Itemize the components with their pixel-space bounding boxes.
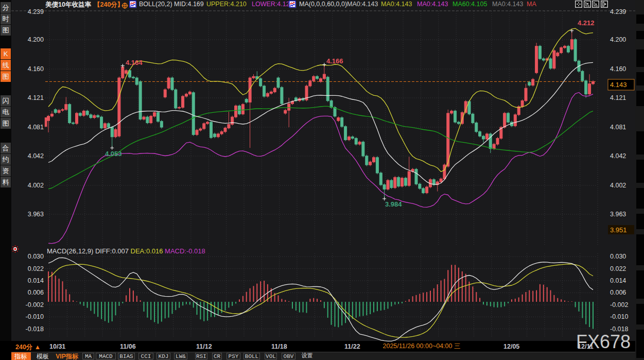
svg-text:0.022: 0.022 xyxy=(610,265,626,272)
svg-text:4.164: 4.164 xyxy=(126,59,143,66)
svg-text:4.053: 4.053 xyxy=(105,150,122,158)
svg-text:-0.002: -0.002 xyxy=(610,301,628,308)
svg-text:-0.010: -0.010 xyxy=(610,313,628,320)
svg-text:4.081: 4.081 xyxy=(610,124,626,131)
svg-text:0.014: 0.014 xyxy=(28,277,44,284)
svg-text:0.014: 0.014 xyxy=(610,277,626,284)
svg-text:4.160: 4.160 xyxy=(28,65,44,73)
svg-text:4.121: 4.121 xyxy=(28,94,44,101)
svg-text:4.002: 4.002 xyxy=(610,182,626,189)
svg-text:4.042: 4.042 xyxy=(28,152,44,160)
svg-text:MACD(26,12,9) DIFF:0.007 DEA:0: MACD(26,12,9) DIFF:0.007 DEA:0.016 MACD:… xyxy=(47,247,205,255)
svg-text:-0.018: -0.018 xyxy=(26,325,44,333)
svg-text:4.121: 4.121 xyxy=(610,94,626,101)
svg-text:3.984: 3.984 xyxy=(385,200,402,208)
svg-text:3.951: 3.951 xyxy=(610,226,627,234)
svg-text:4.212: 4.212 xyxy=(578,19,595,27)
svg-text:4.239: 4.239 xyxy=(610,8,626,15)
svg-text:0.030: 0.030 xyxy=(28,253,44,260)
svg-text:4.143: 4.143 xyxy=(610,81,627,89)
svg-text:0.022: 0.022 xyxy=(28,265,44,272)
svg-text:4.002: 4.002 xyxy=(28,182,44,189)
svg-text:4.160: 4.160 xyxy=(610,65,626,73)
svg-text:4.042: 4.042 xyxy=(610,152,626,160)
svg-text:3.963: 3.963 xyxy=(28,211,44,218)
svg-text:4.200: 4.200 xyxy=(28,36,44,43)
svg-text:4.166: 4.166 xyxy=(326,57,343,65)
svg-text:0.006: 0.006 xyxy=(610,289,626,296)
svg-text:4.239: 4.239 xyxy=(28,8,44,15)
svg-text:4.200: 4.200 xyxy=(610,36,626,43)
svg-text:3.963: 3.963 xyxy=(610,211,626,218)
svg-text:4.081: 4.081 xyxy=(28,124,44,131)
svg-text:0.030: 0.030 xyxy=(610,253,626,260)
svg-text:0.006: 0.006 xyxy=(28,289,44,296)
svg-text:-0.010: -0.010 xyxy=(26,313,44,320)
svg-text:-0.002: -0.002 xyxy=(26,301,44,308)
